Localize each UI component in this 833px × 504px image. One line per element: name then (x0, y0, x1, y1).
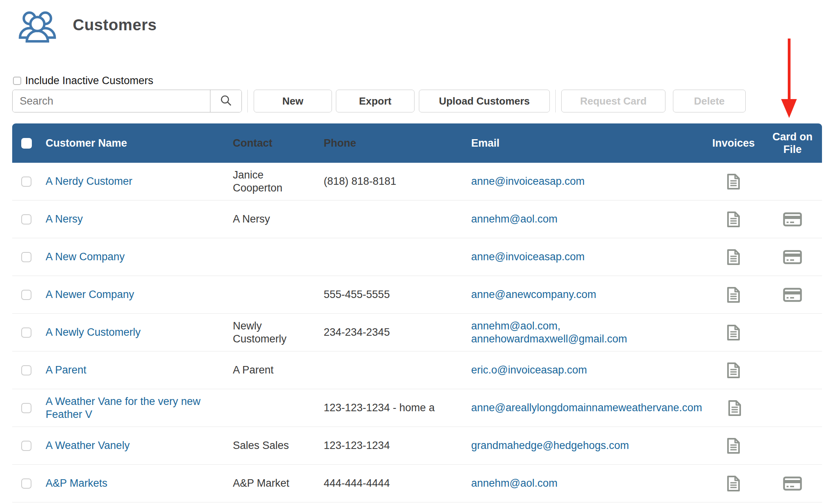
invoice-document-icon[interactable] (726, 475, 741, 492)
delete-button[interactable]: Delete (673, 90, 746, 112)
row-checkbox[interactable] (21, 403, 31, 413)
contact-cell: Newly Customerly (233, 320, 324, 346)
phone-cell: 444-444-4444 (324, 477, 471, 490)
email-link[interactable]: annehm@aol.com, annehowardmaxwell@gmail.… (471, 320, 627, 346)
contact-cell: A&P Market (233, 477, 324, 490)
phone-cell: 123-123-1234 - home a (324, 401, 471, 414)
search-input[interactable] (13, 90, 210, 112)
table-row: A Weather Vanely Sales Sales 123-123-123… (12, 427, 822, 465)
card-on-file-icon (783, 288, 802, 302)
email-link[interactable]: anne@invoiceasap.com (471, 175, 585, 188)
toolbar: New Export Upload Customers Request Card… (12, 90, 833, 112)
table-row: A Newly Customerly Newly Customerly 234-… (12, 314, 822, 351)
page-header: Customers (0, 0, 833, 44)
customer-name-link[interactable]: A&P Markets (46, 477, 107, 490)
email-link[interactable]: annehm@aol.com (471, 477, 558, 490)
col-header-contact: Contact (233, 137, 324, 149)
search-group (12, 90, 242, 112)
contact-cell: A Parent (233, 364, 324, 377)
upload-customers-button[interactable]: Upload Customers (419, 90, 550, 112)
include-inactive-checkbox[interactable] (13, 77, 21, 85)
phone-cell: 123-123-1234 (324, 439, 471, 452)
phone-cell: 234-234-2345 (324, 326, 471, 339)
table-row: A Nersy A Nersy annehm@aol.com (12, 200, 822, 238)
invoice-document-icon[interactable] (728, 400, 742, 416)
col-header-invoices: Invoices (704, 137, 763, 149)
email-link[interactable]: eric.o@invoiceasap.com (471, 364, 587, 377)
red-arrow-annotation (780, 39, 798, 120)
export-button[interactable]: Export (336, 90, 415, 112)
col-header-customer-name: Customer Name (46, 137, 233, 149)
invoice-document-icon[interactable] (726, 287, 741, 303)
table-row: A Parent A Parent eric.o@invoiceasap.com (12, 351, 822, 389)
customer-name-link[interactable]: A Parent (46, 364, 87, 377)
row-checkbox[interactable] (21, 214, 31, 224)
row-checkbox[interactable] (21, 327, 31, 338)
table-row: A Nerdy Customer Janice Cooperton (818) … (12, 163, 822, 200)
toolbar-divider (247, 90, 248, 112)
row-checkbox[interactable] (21, 252, 31, 262)
table-body: A Nerdy Customer Janice Cooperton (818) … (12, 163, 822, 502)
customer-name-link[interactable]: A Nerdy Customer (46, 175, 133, 188)
invoice-document-icon[interactable] (726, 173, 741, 190)
invoice-document-icon[interactable] (726, 324, 741, 341)
customer-name-link[interactable]: A Nersy (46, 213, 83, 226)
card-on-file-icon (783, 250, 802, 264)
customer-name-link[interactable]: A Newer Company (46, 288, 134, 301)
phone-cell: (818) 818-8181 (324, 175, 471, 188)
customers-page: Customers Include Inactive Customers (0, 0, 833, 504)
table-header: Customer Name Contact Phone Email Invoic… (12, 123, 822, 163)
search-icon (220, 94, 232, 108)
table-row: A Newer Company 555-455-5555 anne@anewco… (12, 276, 822, 314)
customers-table: Customer Name Contact Phone Email Invoic… (12, 123, 822, 502)
col-header-card-on-file: Card on File (763, 131, 822, 156)
search-button[interactable] (210, 90, 241, 112)
controls-area: Include Inactive Customers New Export Up… (12, 75, 833, 112)
invoice-document-icon[interactable] (726, 362, 741, 379)
contact-cell: Sales Sales (233, 439, 324, 452)
phone-cell: 555-455-5555 (324, 288, 471, 301)
row-checkbox[interactable] (21, 177, 31, 187)
contact-cell: A Nersy (233, 213, 324, 226)
new-button[interactable]: New (254, 90, 332, 112)
card-on-file-icon (783, 212, 802, 226)
email-link[interactable]: anne@invoiceasap.com (471, 250, 585, 263)
table-row: A Weather Vane for the very new Feather … (12, 389, 822, 427)
email-link[interactable]: grandmahedge@hedgehogs.com (471, 439, 629, 452)
customer-name-link[interactable]: A Newly Customerly (46, 326, 141, 339)
invoice-document-icon[interactable] (726, 211, 741, 228)
include-inactive-label: Include Inactive Customers (25, 75, 153, 87)
request-card-button[interactable]: Request Card (561, 90, 665, 112)
customer-name-link[interactable]: A Weather Vane for the very new Feather … (46, 395, 217, 421)
email-link[interactable]: anne@anewcompany.com (471, 288, 596, 301)
contact-cell: Janice Cooperton (233, 169, 324, 195)
table-row: A&P Markets A&P Market 444-444-4444 anne… (12, 465, 822, 502)
select-all-checkbox[interactable] (21, 138, 32, 149)
customers-group-icon (18, 6, 56, 45)
customer-name-link[interactable]: A Weather Vanely (46, 439, 130, 452)
col-header-email: Email (471, 137, 704, 149)
row-checkbox[interactable] (21, 365, 31, 375)
invoice-document-icon[interactable] (726, 249, 741, 265)
row-checkbox[interactable] (21, 290, 31, 300)
invoice-document-icon[interactable] (726, 438, 741, 454)
page-title: Customers (73, 16, 157, 34)
row-checkbox[interactable] (21, 478, 31, 489)
table-row: A New Company anne@invoiceasap.com (12, 238, 822, 276)
email-link[interactable]: annehm@aol.com (471, 213, 558, 226)
row-checkbox[interactable] (21, 441, 31, 451)
customer-name-link[interactable]: A New Company (46, 250, 125, 263)
card-on-file-icon (783, 476, 802, 491)
col-header-phone: Phone (324, 137, 471, 149)
toolbar-divider (555, 90, 556, 112)
email-link[interactable]: anne@areallylongdomainnameweathervane.co… (471, 401, 702, 414)
